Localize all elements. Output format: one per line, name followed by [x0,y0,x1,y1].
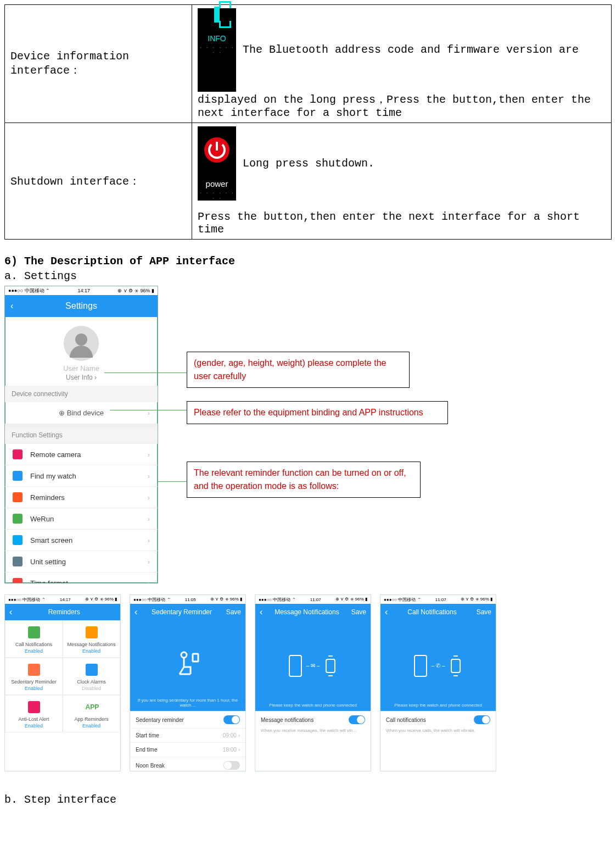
mini-title: Message Notifications [275,608,339,616]
back-icon[interactable]: ‹ [260,607,262,617]
toggle-row[interactable]: Message notifications [255,711,371,728]
status-time: 11:07 [435,597,446,602]
status-left: ●●●○○ 中国移动 ⌃ [133,597,171,603]
row-label: Reminders [30,493,65,502]
status-left: ●●●○○ 中国移动 ⌃ [8,287,50,294]
watch-icon [214,7,220,23]
status-bar: ●●●○○ 中国移动 ⌃ 14:17 ⊕ ⋎ ⚙ ⚹ 96% ▮ [5,286,158,295]
reminder-cell[interactable]: Sedentary ReminderEnabled [5,658,63,695]
back-icon[interactable]: ‹ [10,301,13,311]
power-thumb-label: power [198,179,236,188]
status-right: ⊕ ⋎ ⚙ ⚹ 96% ▮ [335,597,367,602]
svg-rect-3 [326,659,335,672]
row2-label: Shutdown interface： [5,123,192,240]
setting-row[interactable]: Start time09:00 › [130,728,245,742]
mini-reminders: ●●●○○ 中国移动 ⌃14:17⊕ ⋎ ⚙ ⚹ 96% ▮ ‹Reminder… [4,594,121,771]
row-label: Remote camera [30,451,81,459]
row1-desc: The Bluetooth address code and firmware … [198,43,591,119]
reminder-cell[interactable]: Clock AlarmsDisabled [63,658,120,695]
toggle-row[interactable]: Call notifications [380,711,496,728]
status-time: 14:17 [78,288,91,293]
reminder-cell[interactable]: Anti-Lost AlertEnabled [5,695,63,732]
message-hero: – ✉ – Please keep the watch and phone co… [255,620,371,711]
status-time: 11:07 [310,597,321,602]
power-thumb: power · · · · · · · · [198,126,236,201]
mini-title: Sedentary Reminder [152,608,212,616]
row-remote-camera[interactable]: Remote camera [5,443,158,465]
reminder-cell[interactable]: Message NotificationsEnabled [63,620,120,658]
reminder-cell[interactable]: Call NotificationsEnabled [5,620,63,658]
row-label: WeRun [30,515,54,523]
row2-desc-b: Press the button,then enter the next int… [198,210,580,236]
leader-line [104,373,187,373]
row-label: Smart screen [30,536,72,544]
row-find-my-watch[interactable]: Find my watch [5,465,158,486]
hero-hint: Please keep the watch and phone connecte… [380,703,496,708]
row-time-format[interactable]: Time format [5,572,158,583]
svg-rect-2 [289,655,301,676]
callout-user-info: (gender, age, height, weight) please com… [187,352,410,388]
setting-row[interactable]: Sedentary reminder [130,711,245,728]
status-right: ⊕ ⋎ ⚙ ⚹ 96% ▮ [85,597,117,602]
info-thumb-label: INFO [198,34,236,43]
save-button[interactable]: Save [351,608,366,616]
reminder-cell[interactable]: APPApp RemindersEnabled [63,695,120,732]
back-icon[interactable]: ‹ [385,607,388,617]
reminder-screenshots-row: ●●●○○ 中国移动 ⌃14:17⊕ ⋎ ⚙ ⚹ 96% ▮ ‹Reminder… [4,594,612,771]
toggle-subtext: When you receive calls, the watch will v… [380,728,496,736]
setting-row[interactable]: Noon Break [130,757,245,771]
row-label: Find my watch [30,472,76,480]
hero-hint: Please keep the watch and phone connecte… [255,703,371,708]
svg-rect-4 [415,655,427,676]
row-unit-setting[interactable]: Unit setting [5,551,158,572]
bind-device-row[interactable]: ⊕ Bind device [5,402,158,424]
mini-title: Reminders [48,608,80,616]
phone-call-watch-icon: – ✆ – [380,620,496,711]
dots-icon: · · · · · · · · [198,45,236,55]
back-icon[interactable]: ‹ [9,607,12,617]
power-icon [204,137,229,163]
toggle-label: Message notifications [261,717,313,723]
status-right: ⊕ ⋎ ⚙ ⚹ 96% ▮ [210,597,242,602]
section-6-heading: 6) The Description of APP interface [4,255,612,268]
callout-reminders: The relevant reminder function can be tu… [187,462,421,498]
mini-sedentary: ●●●○○ 中国移动 ⌃11:05⊕ ⋎ ⚙ ⚹ 96% ▮ ‹Sedentar… [130,594,246,771]
status-time: 14:17 [60,597,71,602]
sub-a-heading: a. Settings [4,270,612,282]
dots-icon: · · · · · · · · [198,191,236,201]
mini-title: Call Notifications [407,608,456,616]
toggle-switch[interactable] [474,715,490,724]
row2-desc-a: Long press shutdown. [243,157,374,170]
status-right: ⊕ ⋎ ⚙ ⚹ 96% ▮ [117,288,154,294]
save-button[interactable]: Save [477,608,491,616]
svg-point-0 [181,652,187,658]
status-left: ●●●○○ 中国移动 ⌃ [8,597,46,603]
setting-row[interactable]: End time18:00 › [130,742,245,757]
time-icon [13,578,23,583]
call-hero: – ✆ – Please keep the watch and phone co… [380,620,496,711]
status-right: ⊕ ⋎ ⚙ ⚹ 96% ▮ [461,597,492,602]
leader-line [110,410,187,410]
row-label: Time format [30,579,68,584]
toggle-switch[interactable] [223,715,240,724]
row-smart-screen[interactable]: Smart screen [5,529,158,551]
row-reminders[interactable]: Reminders [5,486,158,508]
phone-to-watch-icon: – ✉ – [255,620,371,711]
row-werun[interactable]: WeRun [5,508,158,529]
settings-title: Settings [65,301,97,311]
avatar-icon[interactable] [64,326,99,361]
camera-icon [13,449,23,459]
leader-line [157,481,187,482]
mini-call: ●●●○○ 中国移动 ⌃11:07⊕ ⋎ ⚙ ⚹ 96% ▮ ‹Call Not… [380,594,496,771]
toggle-switch[interactable] [223,761,240,770]
settings-screenshot: ●●●○○ 中国移动 ⌃ 14:17 ⊕ ⋎ ⚙ ⚹ 96% ▮ ‹ Setti… [4,286,158,583]
settings-header: ‹ Settings [5,295,158,317]
section-function-settings: Function Settings [5,427,158,443]
status-left: ●●●○○ 中国移动 ⌃ [259,597,296,603]
mini-message: ●●●○○ 中国移动 ⌃11:07⊕ ⋎ ⚙ ⚹ 96% ▮ ‹Message … [255,594,371,771]
save-button[interactable]: Save [226,608,241,616]
werun-icon [13,514,23,524]
back-icon[interactable]: ‹ [135,607,137,617]
user-info-link[interactable]: User Info › [5,374,158,381]
toggle-switch[interactable] [349,715,365,724]
